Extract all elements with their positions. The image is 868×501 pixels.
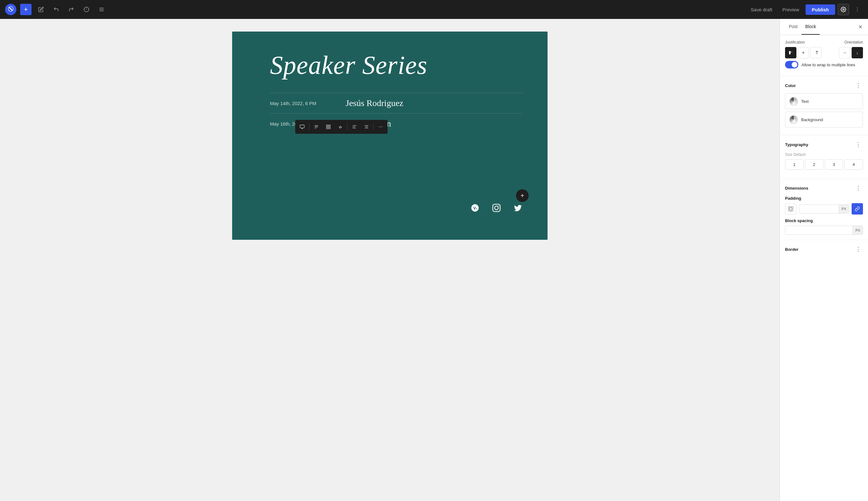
toolbar-grid-button[interactable] <box>323 121 334 132</box>
svg-rect-14 <box>329 125 330 127</box>
justify-center-button[interactable] <box>798 47 809 58</box>
justification-buttons <box>785 47 822 58</box>
svg-point-8 <box>857 9 858 10</box>
wrap-label: Allow to wrap to multiple lines <box>801 63 855 67</box>
twitter-icon[interactable] <box>513 203 522 214</box>
dimensions-section: Dimensions ⋮ Padding PX <box>780 179 868 240</box>
size-3-button[interactable]: 3 <box>825 159 843 170</box>
link-sides-button[interactable] <box>851 203 863 214</box>
border-section-title: Border <box>785 247 854 252</box>
svg-rect-37 <box>790 207 792 210</box>
toolbar-align-center-button[interactable] <box>361 121 372 132</box>
publish-button[interactable]: Publish <box>805 4 835 15</box>
typography-section-title: Typography <box>785 142 854 147</box>
block-spacing-input[interactable] <box>785 226 853 234</box>
svg-point-24 <box>380 127 381 127</box>
text-color-circle <box>789 97 798 106</box>
social-icons <box>270 178 522 214</box>
padding-box-icon <box>785 203 796 214</box>
block-toolbar <box>295 120 388 134</box>
text-color-option[interactable]: Text <box>785 93 863 109</box>
svg-rect-15 <box>326 127 328 129</box>
block-title: Speaker Series <box>270 51 522 80</box>
edit-button[interactable] <box>35 4 47 15</box>
toolbar-link-button[interactable] <box>296 121 308 132</box>
dimensions-section-title: Dimensions <box>785 186 854 191</box>
size-label: Size Default <box>785 152 863 157</box>
justify-left-button[interactable] <box>785 47 796 58</box>
add-block-button[interactable]: + <box>20 4 32 15</box>
padding-unit: PX <box>839 205 849 213</box>
size-grid: 1 2 3 4 <box>785 159 863 170</box>
table-row: May 14th, 2022, 6 PM Jesús Rodriguez <box>270 93 522 113</box>
svg-point-9 <box>857 11 858 11</box>
list-view-button[interactable] <box>96 4 107 15</box>
orientation-horizontal-button[interactable]: → <box>839 47 850 58</box>
background-color-option[interactable]: Background <box>785 112 863 127</box>
padding-input[interactable] <box>799 205 839 213</box>
color-section: Color ⋮ Text Background <box>780 76 868 135</box>
svg-point-27 <box>495 206 498 210</box>
svg-rect-26 <box>493 204 500 211</box>
padding-input-wrap: PX <box>799 204 849 214</box>
speaker-date: May 14th, 2022, 6 PM <box>270 100 333 106</box>
topbar: + Save draft Preview Publish <box>0 0 868 19</box>
orientation-buttons: → ↓ <box>839 47 863 58</box>
canvas-area[interactable]: Speaker Series <box>0 19 780 501</box>
dimensions-more-button[interactable]: ⋮ <box>854 184 863 192</box>
justify-right-button[interactable] <box>810 47 822 58</box>
add-block-inline-button[interactable]: + <box>516 189 529 202</box>
wordpress-icon[interactable] <box>470 203 479 214</box>
tab-block[interactable]: Block <box>801 19 820 35</box>
wp-logo[interactable] <box>5 4 17 15</box>
color-more-button[interactable]: ⋮ <box>854 82 863 89</box>
svg-rect-16 <box>329 127 330 129</box>
typography-more-button[interactable]: ⋮ <box>854 140 863 149</box>
svg-rect-31 <box>789 51 791 55</box>
orientation-vertical-button[interactable]: ↓ <box>851 47 863 58</box>
background-color-label: Background <box>801 117 823 122</box>
background-color-circle <box>789 115 798 124</box>
svg-point-25 <box>382 127 383 127</box>
size-2-button[interactable]: 2 <box>805 159 824 170</box>
info-button[interactable] <box>81 4 92 15</box>
justification-label: Justification <box>785 40 822 44</box>
svg-rect-36 <box>789 207 793 211</box>
canvas-wrapper: Speaker Series <box>232 32 547 240</box>
padding-row: PX <box>785 203 863 214</box>
toolbar-reorder-button[interactable] <box>335 121 346 132</box>
wrap-toggle-row: Allow to wrap to multiple lines <box>785 58 863 71</box>
save-draft-button[interactable]: Save draft <box>747 5 776 14</box>
preview-button[interactable]: Preview <box>779 5 803 14</box>
toolbar-heading-button[interactable] <box>311 121 322 132</box>
border-more-button[interactable]: ⋮ <box>854 245 863 253</box>
speaker-name: Jesús Rodriguez <box>346 98 403 108</box>
svg-rect-32 <box>789 52 793 52</box>
orientation-label: Orientation <box>827 40 863 44</box>
tab-post[interactable]: Post <box>785 19 801 35</box>
border-section: Border ⋮ <box>780 240 868 262</box>
block-spacing-label: Block spacing <box>785 218 863 223</box>
undo-button[interactable] <box>51 4 62 15</box>
canvas-block[interactable]: Speaker Series <box>232 32 547 240</box>
sidebar: Post Block Justification Orientation <box>780 19 868 501</box>
main-area: Speaker Series <box>0 19 868 501</box>
more-options-button[interactable] <box>851 4 863 15</box>
size-1-button[interactable]: 1 <box>785 159 804 170</box>
redo-button[interactable] <box>66 4 77 15</box>
padding-label: Padding <box>785 196 863 201</box>
typography-section: Typography ⋮ Size Default 1 2 3 4 <box>780 135 868 179</box>
size-4-button[interactable]: 4 <box>844 159 863 170</box>
svg-rect-10 <box>300 125 304 128</box>
toolbar-more-button[interactable] <box>375 121 387 132</box>
sidebar-tabs: Post Block <box>780 19 868 35</box>
close-sidebar-button[interactable] <box>858 19 863 35</box>
spacing-unit: PX <box>853 226 862 234</box>
toolbar-align-left-button[interactable] <box>349 121 360 132</box>
instagram-icon[interactable] <box>492 203 501 214</box>
svg-point-7 <box>857 8 858 8</box>
svg-point-6 <box>843 9 844 10</box>
wrap-toggle[interactable] <box>785 61 798 68</box>
justification-section: Justification Orientation <box>780 35 868 76</box>
settings-button[interactable] <box>838 4 849 15</box>
